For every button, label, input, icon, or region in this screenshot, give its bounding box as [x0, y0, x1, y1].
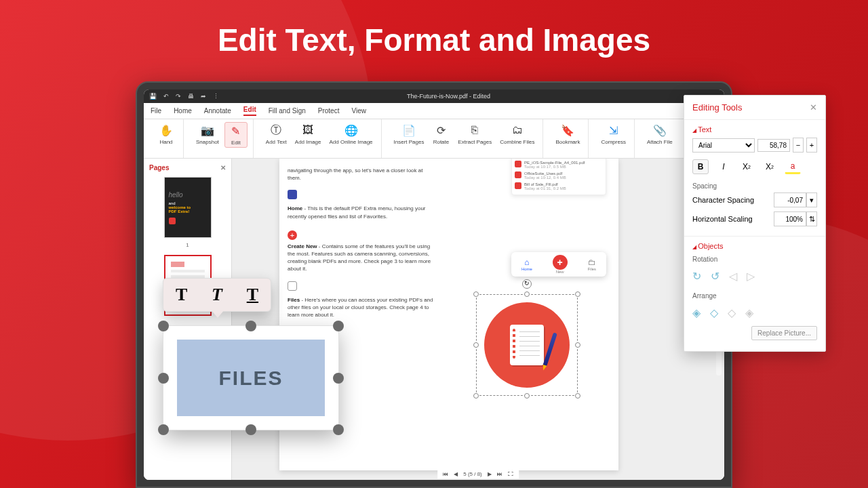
- doc-home-title: Home: [288, 205, 302, 211]
- selected-image-object[interactable]: ↻: [476, 294, 578, 396]
- fit-page-icon[interactable]: ⛶: [508, 471, 513, 477]
- menu-annotate[interactable]: Annotate: [204, 107, 231, 115]
- menu-protect[interactable]: Protect: [318, 107, 340, 115]
- next-page-icon[interactable]: ▶: [488, 471, 492, 477]
- menu-bar: File Home Annotate Edit Fill and Sign Pr…: [144, 103, 724, 119]
- resize-handle[interactable]: [575, 291, 580, 297]
- arrange-label: Arrange: [692, 292, 817, 300]
- insert-pages-button[interactable]: 📄Insert Pages: [391, 122, 427, 146]
- text-italic-icon[interactable]: T: [212, 285, 222, 305]
- char-spacing-input[interactable]: [774, 192, 806, 207]
- list-item: OfficeSuite_Uses.pdfToday at 10:12, 0.4 …: [515, 170, 603, 181]
- send-backward-icon[interactable]: ◇: [728, 306, 736, 319]
- resize-handle[interactable]: [245, 424, 256, 435]
- home-icon: [288, 190, 297, 199]
- highlight-button[interactable]: a: [785, 159, 801, 174]
- text-style-popover[interactable]: T T T: [163, 278, 271, 312]
- doc-intro: navigating through the app, so let's hav…: [288, 167, 437, 182]
- send-back-icon[interactable]: ◈: [745, 306, 753, 319]
- hscale-input[interactable]: [774, 211, 806, 226]
- italic-button[interactable]: I: [715, 159, 732, 174]
- stepper-icon[interactable]: ⇅: [806, 211, 817, 226]
- page-thumbnail-1[interactable]: hello and welcome to PDF Extra!: [164, 177, 212, 238]
- replace-picture-button[interactable]: Replace Picture...: [751, 326, 817, 340]
- resize-handle[interactable]: [473, 291, 479, 297]
- menu-edit[interactable]: Edit: [243, 106, 256, 116]
- resize-handle[interactable]: [575, 393, 580, 399]
- close-icon[interactable]: ✕: [220, 164, 226, 171]
- resize-handle[interactable]: [333, 424, 344, 435]
- objects-section-label: Objects: [692, 242, 817, 250]
- resize-handle[interactable]: [575, 342, 580, 348]
- superscript-button[interactable]: X2: [762, 159, 778, 174]
- add-image-button[interactable]: 🖼Add Image: [292, 122, 324, 146]
- share-icon[interactable]: ➦: [201, 93, 206, 100]
- menu-home[interactable]: Home: [174, 107, 192, 115]
- resize-handle[interactable]: [473, 393, 479, 399]
- bring-forward-icon[interactable]: ◇: [710, 306, 718, 319]
- doc-files-body: - Here's where you can access your exist…: [288, 297, 433, 318]
- size-increase[interactable]: +: [806, 138, 817, 152]
- font-select[interactable]: Arial: [692, 138, 755, 152]
- font-size-input[interactable]: [757, 139, 790, 152]
- spacing-label: Spacing: [692, 182, 817, 190]
- combine-icon: 🗂: [511, 123, 524, 137]
- compress-button[interactable]: ⇲Compress: [598, 122, 628, 146]
- flip-vertical-icon[interactable]: ▷: [747, 270, 755, 283]
- bookmark-button[interactable]: 🔖Bookmark: [553, 122, 583, 146]
- doc-create-title: Create New: [288, 243, 317, 249]
- folder-icon: [288, 281, 297, 291]
- rotate-handle[interactable]: ↻: [522, 279, 532, 289]
- fab-new-icon: +: [553, 255, 568, 270]
- undo-icon[interactable]: ↶: [163, 93, 169, 100]
- combine-files-button[interactable]: 🗂Combine Files: [497, 122, 537, 146]
- resize-handle[interactable]: [245, 321, 256, 331]
- page-navigator[interactable]: ⏮ ◀ 5 (5 / 8) ▶ ⏭ ⛶: [437, 470, 519, 479]
- menu-file[interactable]: File: [151, 107, 161, 115]
- bold-button[interactable]: B: [692, 159, 709, 174]
- save-icon[interactable]: 💾: [149, 93, 157, 100]
- resize-handle[interactable]: [524, 393, 530, 399]
- more-icon[interactable]: ⋮: [213, 93, 219, 100]
- last-page-icon[interactable]: ⏭: [497, 471, 502, 477]
- edit-tool[interactable]: ✎Edit: [224, 122, 248, 148]
- resize-handle[interactable]: [333, 321, 344, 331]
- first-page-icon[interactable]: ⏮: [443, 471, 448, 477]
- hand-tool[interactable]: ✋Hand: [155, 122, 178, 146]
- add-text-button[interactable]: ⓉAdd Text: [263, 122, 290, 146]
- menu-fillsign[interactable]: Fill and Sign: [269, 107, 306, 115]
- notepad-graphic: [484, 302, 570, 388]
- resize-handle[interactable]: [158, 321, 169, 331]
- close-icon[interactable]: ✕: [810, 102, 817, 113]
- home-nav-icon: ⌂: [521, 258, 532, 267]
- text-underline-icon[interactable]: T: [247, 285, 258, 305]
- resize-handle[interactable]: [158, 373, 169, 384]
- ribbon-toolbar: ✋Hand 📷Snapshot ✎Edit ⓉAdd Text 🖼Add Ima…: [144, 119, 724, 159]
- rotate-cw-icon[interactable]: ↻: [692, 270, 701, 283]
- resize-handle[interactable]: [524, 291, 530, 297]
- resize-handle[interactable]: [158, 424, 169, 435]
- panel-title: Editing Tools: [692, 102, 742, 113]
- size-decrease[interactable]: −: [793, 138, 804, 152]
- subscript-button[interactable]: X2: [738, 159, 755, 174]
- document-canvas[interactable]: navigating through the app, so let's hav…: [232, 159, 724, 480]
- extract-pages-button[interactable]: ⎘Extract Pages: [455, 122, 494, 146]
- prev-page-icon[interactable]: ◀: [454, 471, 458, 477]
- doc-files-title: Files: [288, 297, 300, 303]
- dropdown-icon[interactable]: ▾: [806, 192, 817, 207]
- add-online-image-button[interactable]: 🌐Add Online Image: [327, 122, 376, 146]
- snapshot-tool[interactable]: 📷Snapshot: [193, 122, 222, 146]
- rotate-button[interactable]: ⟳Rotate: [429, 122, 452, 146]
- resize-handle[interactable]: [333, 373, 344, 384]
- insert-pages-icon: 📄: [402, 123, 416, 137]
- bring-front-icon[interactable]: ◈: [692, 306, 701, 319]
- print-icon[interactable]: 🖶: [188, 93, 194, 100]
- menu-view[interactable]: View: [351, 107, 366, 115]
- image-selection-callout[interactable]: FILES: [163, 325, 339, 430]
- rotate-ccw-icon[interactable]: ↺: [711, 270, 719, 283]
- redo-icon[interactable]: ↷: [176, 93, 181, 100]
- attach-file-button[interactable]: 📎Attach File: [644, 122, 675, 146]
- resize-handle[interactable]: [473, 342, 479, 348]
- text-bold-icon[interactable]: T: [176, 285, 187, 305]
- flip-horizontal-icon[interactable]: ◁: [729, 270, 737, 283]
